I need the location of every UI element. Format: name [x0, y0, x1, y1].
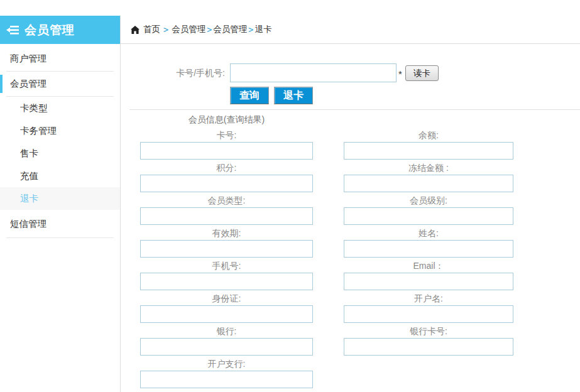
id-card-input[interactable] [140, 305, 313, 323]
validity-period-input[interactable] [140, 240, 313, 258]
bank-input[interactable] [140, 338, 313, 356]
breadcrumb-separator: > [163, 24, 168, 35]
field-label: 有效期: [140, 228, 313, 240]
field-label: 开户名: [344, 293, 513, 305]
collapse-menu-icon[interactable] [6, 24, 20, 36]
sidebar-item-merchant-management[interactable]: 商户管理 [0, 46, 120, 71]
query-row: 卡号/手机号: * 读卡 [121, 63, 580, 82]
field-bank-card-number: 银行卡号: [344, 324, 513, 357]
sidebar-item-sell-card[interactable]: 售卡 [0, 142, 120, 165]
phone-input[interactable] [140, 273, 313, 290]
points-input[interactable] [140, 175, 313, 192]
top-gap [0, 0, 580, 16]
sidebar: 会员管理 商户管理 会员管理 卡类型 卡务管理 售卡 充值 退卡 短信管理 [0, 16, 120, 392]
field-member-level: 会员级别: [344, 193, 513, 226]
sidebar-header: 会员管理 [0, 16, 120, 44]
field-label: 银行: [140, 326, 313, 338]
field-label: 卡号: [140, 130, 313, 142]
field-id-card: 身份证: [140, 291, 313, 324]
member-type-input[interactable] [140, 207, 313, 225]
field-label: 积分: [140, 163, 313, 175]
name-input[interactable] [344, 240, 513, 258]
bank-branch-input[interactable] [140, 371, 313, 388]
card-number-input[interactable] [140, 142, 313, 160]
field-label: Email： [344, 261, 513, 273]
field-member-type: 会员类型: [140, 193, 313, 226]
field-label: 会员类型: [140, 195, 313, 207]
required-asterisk: * [398, 68, 402, 79]
balance-input[interactable] [344, 142, 513, 160]
read-card-button[interactable]: 读卡 [405, 65, 439, 81]
field-name: 姓名: [344, 226, 513, 259]
field-label: 身份证: [140, 293, 313, 305]
field-label: 开户支行: [140, 359, 313, 371]
field-points: 积分: [140, 161, 313, 193]
divider [6, 237, 114, 238]
field-label: 余额: [344, 130, 513, 142]
main-content: 首页 > 会员管理 > 会员管理 > 退卡 卡号/手机号: * 读卡 查询 退卡… [120, 16, 580, 392]
home-icon [131, 26, 140, 34]
breadcrumb-member-management-2[interactable]: 会员管理 [213, 24, 247, 35]
sidebar-title: 会员管理 [25, 22, 75, 38]
card-or-phone-input[interactable] [230, 63, 397, 82]
field-bank-branch: 开户支行: [140, 357, 313, 389]
account-name-input[interactable] [344, 305, 513, 323]
field-frozen-amount: 冻结金额 : [344, 161, 513, 193]
field-label: 姓名: [344, 228, 513, 240]
sidebar-item-recharge[interactable]: 充值 [0, 165, 120, 187]
breadcrumb-member-management-1[interactable]: 会员管理 [172, 24, 205, 35]
email-input[interactable] [344, 273, 513, 290]
breadcrumb-refund-card: 退卡 [254, 24, 271, 35]
field-account-name: 开户名: [344, 291, 513, 324]
bank-card-number-input[interactable] [344, 338, 513, 356]
member-level-input[interactable] [344, 207, 513, 225]
field-phone: 手机号: [140, 259, 313, 291]
refund-card-form: 卡号/手机号: * 读卡 查询 退卡 会员信息(查询结果) 卡号: 余额: [121, 44, 580, 389]
member-info-section-title: 会员信息(查询结果) [140, 110, 313, 126]
breadcrumb: 首页 > 会员管理 > 会员管理 > 退卡 [121, 16, 580, 44]
sidebar-menu: 商户管理 会员管理 卡类型 卡务管理 售卡 充值 退卡 短信管理 [0, 44, 120, 238]
field-email: Email： [344, 259, 513, 291]
field-label: 冻结金额 : [344, 163, 513, 175]
field-validity-period: 有效期: [140, 226, 313, 259]
sidebar-item-member-management[interactable]: 会员管理 [0, 72, 120, 96]
sidebar-item-card-type[interactable]: 卡类型 [0, 97, 120, 119]
sidebar-item-sms-management[interactable]: 短信管理 [0, 210, 120, 237]
breadcrumb-separator: > [207, 24, 212, 35]
card-or-phone-label: 卡号/手机号: [121, 63, 225, 82]
field-card-number: 卡号: [140, 128, 313, 161]
breadcrumb-home[interactable]: 首页 [143, 24, 160, 35]
sidebar-item-refund-card[interactable]: 退卡 [0, 187, 120, 210]
sidebar-item-card-affairs[interactable]: 卡务管理 [0, 119, 120, 142]
refund-card-button[interactable]: 退卡 [274, 87, 313, 104]
frozen-amount-input[interactable] [344, 175, 513, 192]
action-row: 查询 退卡 [230, 87, 580, 104]
field-label: 银行卡号: [344, 326, 513, 338]
member-info-grid: 卡号: 余额: 积分: 冻结金额 : 会员类型: [140, 126, 580, 389]
field-label: 会员级别: [344, 195, 513, 207]
field-bank: 银行: [140, 324, 313, 357]
breadcrumb-separator: > [248, 24, 253, 35]
field-label: 手机号: [140, 261, 313, 273]
query-button[interactable]: 查询 [230, 87, 269, 104]
field-balance: 余额: [344, 128, 513, 161]
